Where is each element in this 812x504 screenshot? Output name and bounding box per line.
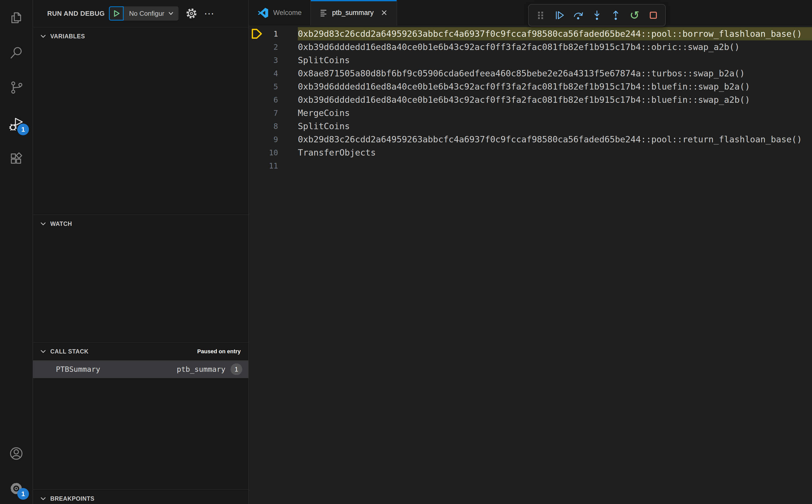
sidebar-item-extensions[interactable]	[0, 147, 32, 171]
close-tab-button[interactable]	[380, 9, 388, 16]
code-text[interactable]: 0xb39d6dddedd16ed8a40ce0b1e6b43c92acf0ff…	[298, 80, 812, 93]
stop-icon	[648, 10, 659, 21]
chevron-down-icon	[40, 221, 46, 227]
chevron-down-icon	[40, 33, 46, 39]
variables-section-title: VARIABLES	[50, 33, 85, 40]
code-text[interactable]: 0x8ae871505a80d8bf6bf9c05906cda6edfeea46…	[298, 67, 812, 80]
sidebar-item-source-control[interactable]	[0, 75, 32, 100]
line-gutter[interactable]: 6	[249, 93, 298, 106]
frame-meta: ptb_summary 1	[177, 363, 242, 375]
code-line: 7 MergeCoins	[249, 106, 812, 120]
line-gutter[interactable]: 5	[249, 80, 298, 93]
code-line: 4 0x8ae871505a80d8bf6bf9c05906cda6edfeea…	[249, 67, 812, 80]
line-number: 7	[273, 109, 278, 117]
line-number: 6	[273, 95, 278, 104]
close-icon	[380, 9, 388, 16]
frame-name: PTBSummary	[56, 365, 100, 374]
chevron-down-icon	[168, 10, 174, 16]
extensions-icon	[9, 152, 23, 166]
step-over-icon	[573, 10, 584, 21]
start-debugging-button[interactable]	[109, 6, 124, 21]
code-text[interactable]: SplitCoins	[298, 120, 812, 133]
call-stack-frame-row[interactable]: PTBSummary ptb_summary 1	[33, 360, 248, 378]
breakpoints-section-title: BREAKPOINTS	[50, 495, 94, 502]
variables-section: VARIABLES	[33, 27, 248, 214]
line-gutter[interactable]: 7	[249, 106, 298, 120]
line-number: 2	[273, 43, 278, 52]
step-into-button[interactable]	[591, 9, 603, 21]
chevron-down-icon	[40, 496, 46, 502]
step-out-button[interactable]	[610, 9, 622, 21]
line-number: 1	[273, 29, 278, 38]
call-stack-section-header[interactable]: CALL STACK Paused on entry	[33, 343, 248, 360]
line-gutter[interactable]: 11	[249, 159, 298, 172]
more-actions-button[interactable]: ⋯	[204, 8, 214, 19]
gear-icon	[185, 7, 198, 20]
code-line: 2 0xb39d6dddedd16ed8a40ce0b1e6b43c92acf0…	[249, 40, 812, 54]
line-gutter[interactable]: 8	[249, 120, 298, 133]
source-control-icon	[9, 80, 23, 95]
code-text[interactable]: 0xb39d6dddedd16ed8a40ce0b1e6b43c92acf0ff…	[298, 93, 812, 106]
call-stack-section-title: CALL STACK	[50, 348, 89, 355]
line-gutter[interactable]: 4	[249, 67, 298, 80]
code-text[interactable]: TransferObjects	[298, 146, 812, 159]
code-text[interactable]	[298, 159, 812, 172]
line-gutter[interactable]: 1	[249, 27, 298, 40]
call-stack-section: CALL STACK Paused on entry PTBSummary pt…	[33, 342, 248, 489]
code-editor[interactable]: 1 0xb29d83c26cdd2a64959263abbcfc4a6937f0…	[249, 25, 812, 172]
toolbar-drag-handle[interactable]	[535, 9, 547, 21]
watch-section-header[interactable]: WATCH	[33, 215, 248, 233]
launch-control-group: No Configur	[109, 6, 179, 21]
search-icon	[9, 46, 23, 60]
debug-configuration-label: No Configur	[129, 10, 164, 18]
activity-bar: 1 1	[0, 0, 33, 504]
vscode-window: 1 1 RUN AND DEBUG No Configur	[0, 0, 812, 504]
line-number: 8	[273, 122, 278, 131]
debug-continue-icon	[554, 10, 565, 21]
play-icon	[112, 9, 121, 18]
line-gutter[interactable]: 9	[249, 133, 298, 146]
line-number: 5	[273, 82, 278, 91]
code-text[interactable]: 0xb39d6dddedd16ed8a40ce0b1e6b43c92acf0ff…	[298, 40, 812, 54]
open-launch-json-button[interactable]	[185, 7, 198, 20]
code-line: 8 SplitCoins	[249, 120, 812, 133]
code-text[interactable]: 0xb29d83c26cdd2a64959263abbcfc4a6937f0c9…	[298, 133, 812, 146]
code-text[interactable]: MergeCoins	[298, 106, 812, 120]
tab-welcome[interactable]: Welcome	[249, 0, 311, 25]
restart-icon: ↺	[630, 9, 640, 21]
code-line: 3 SplitCoins	[249, 54, 812, 67]
tab-label: ptb_summary	[332, 9, 374, 17]
frame-source: ptb_summary	[177, 365, 225, 374]
debug-configuration-dropdown[interactable]: No Configur	[124, 6, 179, 21]
stop-button[interactable]	[648, 9, 659, 21]
sidebar-item-explorer[interactable]	[0, 6, 32, 30]
sidebar-item-run-and-debug[interactable]: 1	[0, 112, 32, 136]
continue-button[interactable]	[554, 9, 565, 21]
restart-button[interactable]: ↺	[629, 9, 640, 21]
editor-group: Welcome ptb_summary	[249, 0, 812, 504]
variables-section-header[interactable]: VARIABLES	[33, 27, 248, 45]
code-text[interactable]: 0xb29d83c26cdd2a64959263abbcfc4a6937f0c9…	[298, 27, 812, 40]
sidebar-item-search[interactable]	[0, 41, 32, 65]
breakpoints-section-header[interactable]: BREAKPOINTS	[33, 490, 248, 504]
sidebar-item-settings[interactable]: 1	[0, 476, 32, 501]
step-over-button[interactable]	[572, 9, 584, 21]
files-icon	[9, 11, 23, 25]
ellipsis-icon: ⋯	[204, 8, 214, 19]
line-gutter[interactable]: 3	[249, 54, 298, 67]
debug-current-stackframe-icon	[250, 27, 263, 40]
settings-badge: 1	[17, 488, 29, 500]
line-gutter[interactable]: 2	[249, 40, 298, 54]
grip-icon	[535, 10, 546, 21]
sidebar-item-accounts[interactable]	[0, 441, 32, 466]
tab-ptb-summary[interactable]: ptb_summary	[311, 0, 397, 25]
step-out-icon	[610, 10, 621, 21]
debug-badge: 1	[17, 124, 29, 135]
code-line: 1 0xb29d83c26cdd2a64959263abbcfc4a6937f0…	[249, 27, 812, 40]
line-number: 10	[269, 148, 278, 157]
code-line: 6 0xb39d6dddedd16ed8a40ce0b1e6b43c92acf0…	[249, 93, 812, 106]
line-gutter[interactable]: 10	[249, 146, 298, 159]
line-number: 3	[273, 56, 278, 65]
code-text[interactable]: SplitCoins	[298, 54, 812, 67]
step-into-icon	[591, 10, 603, 21]
